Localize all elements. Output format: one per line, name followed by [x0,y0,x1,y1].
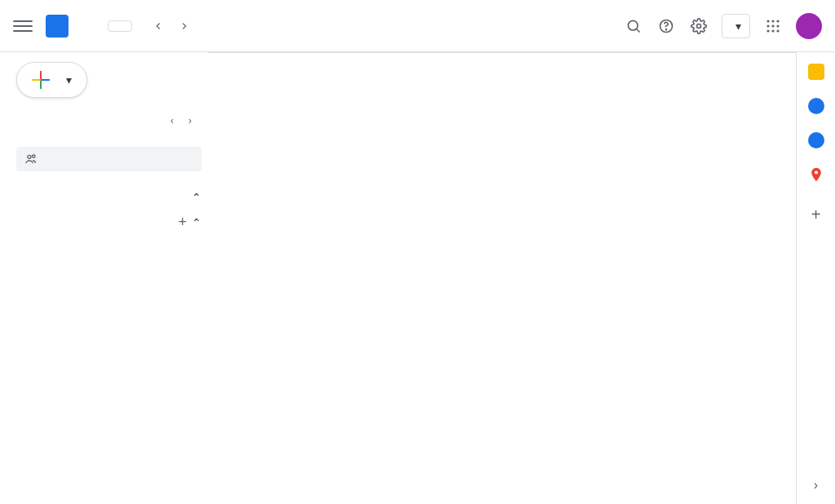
people-icon [24,153,38,166]
svg-point-9 [771,24,774,27]
svg-point-5 [767,20,769,22]
view-selector[interactable]: ▾ [722,14,750,38]
menu-icon[interactable] [13,16,33,36]
footer-links[interactable] [16,488,201,504]
add-calendar-icon[interactable]: + [178,214,187,231]
svg-point-6 [771,20,774,22]
svg-point-13 [776,29,779,32]
svg-point-7 [776,20,779,22]
plus-icon [32,71,50,89]
mini-next-button[interactable]: › [182,113,198,129]
svg-point-14 [28,155,31,158]
svg-point-15 [33,155,35,157]
next-week-button[interactable] [171,13,197,39]
chevron-down-icon: ▾ [66,73,72,86]
add-addon-icon[interactable]: + [811,206,821,224]
svg-line-1 [637,29,640,32]
svg-point-8 [767,24,769,27]
settings-icon[interactable] [683,10,715,42]
calendar-logo-icon [46,15,68,38]
calendar-grid [208,52,796,504]
help-icon[interactable] [650,10,683,42]
chevron-down-icon: ▾ [736,20,741,33]
mini-prev-button[interactable]: ‹ [164,113,180,129]
logo[interactable] [46,15,75,38]
svg-point-11 [767,29,769,32]
svg-point-0 [628,20,638,30]
tasks-icon[interactable] [808,98,824,114]
my-calendars-toggle[interactable]: ⌃ [16,186,201,209]
search-icon[interactable] [617,10,650,42]
search-people-input[interactable] [16,147,201,171]
mini-calendar: ‹ › [16,113,201,135]
account-avatar[interactable] [796,13,822,39]
svg-point-12 [771,29,774,32]
contacts-icon[interactable] [808,132,824,148]
svg-point-3 [666,29,667,29]
google-apps-icon[interactable] [757,10,789,42]
side-panel: + › [796,52,835,504]
app-header: ▾ [0,0,835,52]
prev-week-button[interactable] [145,13,171,39]
svg-point-10 [776,24,779,27]
chevron-up-icon: ⌃ [192,216,201,229]
create-button[interactable]: ▾ [16,62,87,98]
hide-side-panel-icon[interactable]: › [814,466,818,504]
today-button[interactable] [108,20,132,32]
maps-icon[interactable] [808,166,824,183]
svg-point-16 [814,170,817,174]
chevron-up-icon: ⌃ [192,191,201,204]
svg-point-4 [697,24,701,28]
keep-icon[interactable] [808,64,824,80]
other-calendars-toggle[interactable]: + ⌃ [16,209,201,236]
sidebar: ▾ ‹ › ⌃ [0,52,208,504]
